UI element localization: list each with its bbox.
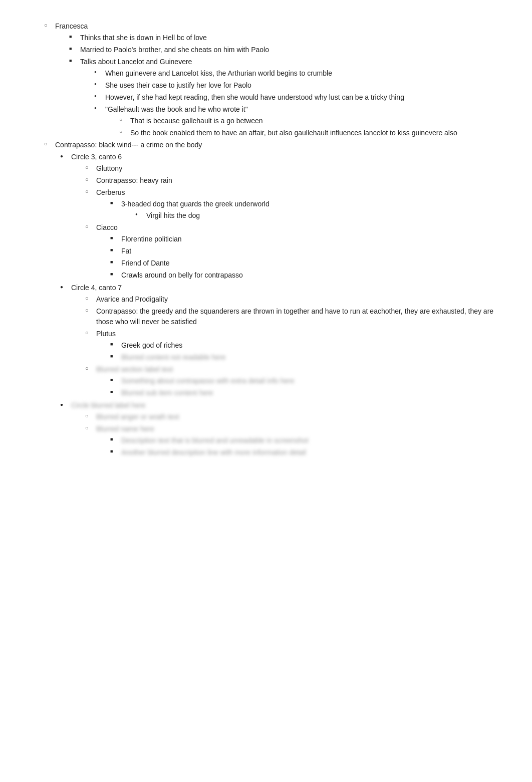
list-item-blurred-circle: Circle blurred label here Blurred anger … [60,400,502,458]
list-item-crawls: Crawls around on belly for contrapasso [110,270,502,281]
list-item-blurred-sub1: Something about contrapasso with extra d… [110,376,502,386]
list-item-circle4: Circle 4, canto 7 Avarice and Prodigalit… [60,283,502,398]
document-content: Francesca Thinks that she is down in Hel… [30,21,502,458]
list-item-francesca: Francesca Thinks that she is down in Hel… [44,21,502,138]
list-item-contrapasso-rain: Contrapasso: heavy rain [85,175,502,186]
list-item-blurred-anger: Blurred anger or wrath text [85,412,502,422]
list-item-contrapasso-greedy: Contrapasso: the greedy and the squander… [85,306,502,327]
list-item-greek-god: Greek god of riches [110,340,502,351]
list-item-reading: However, if she had kept reading, then s… [94,92,502,103]
list-item-gluttony: Gluttony [85,163,502,174]
list-item-go-between: That is because gallehault is a go betwe… [119,116,502,126]
list-item-affair: So the book enabled them to have an affa… [119,128,502,138]
list-item-gallehault: "Gallehault was the book and he who wrot… [94,104,502,138]
list-item-3headed: 3-headed dog that guards the greek under… [110,199,502,221]
list-item-cerberus: Cerberus 3-headed dog that guards the gr… [85,187,502,221]
list-item-blurred-1: Blurred content not readable here [110,352,502,363]
list-item-blurred-desc2: Another blurred description line with mo… [110,447,502,458]
list-item-circle3: Circle 3, canto 6 Gluttony Contrapasso: … [60,152,502,281]
list-item-blurred-section: Blurred section label text Something abo… [85,364,502,398]
list-item-ciacco: Ciacco Florentine politician Fat Friend … [85,222,502,281]
list-item-plutus: Plutus Greek god of riches Blurred conte… [85,329,502,363]
circle4-label: Circle 4, canto 7 [71,284,122,292]
list-item-thinks: Thinks that she is down in Hell bc of lo… [69,33,502,43]
list-item-married: Married to Paolo's brother, and she chea… [69,45,502,55]
list-item-fat: Fat [110,246,502,256]
list-item-justify: She uses their case to justify her love … [94,80,502,91]
list-item-lancelot: Talks about Lancelot and Guinevere When … [69,57,502,138]
list-item-kiss: When guinevere and Lancelot kiss, the Ar… [94,68,502,79]
list-item-friend-dante: Friend of Dante [110,258,502,269]
circle3-label: Circle 3, canto 6 [71,153,122,161]
list-item-blurred-desc1: Description text that is blurred and unr… [110,435,502,446]
list-item-florentine: Florentine politician [110,234,502,244]
list-item-blurred-sub2: Blurred sub item content here [110,388,502,398]
list-item-avarice: Avarice and Prodigality [85,294,502,305]
list-item-virgil-dog: Virgil hits the dog [135,210,502,221]
francesca-label: Francesca [55,22,88,30]
list-item-contrapasso-wind: Contrapasso: black wind--- a crime on th… [44,140,502,150]
list-item-blurred-phlegyas: Blurred name here Description text that … [85,424,502,458]
